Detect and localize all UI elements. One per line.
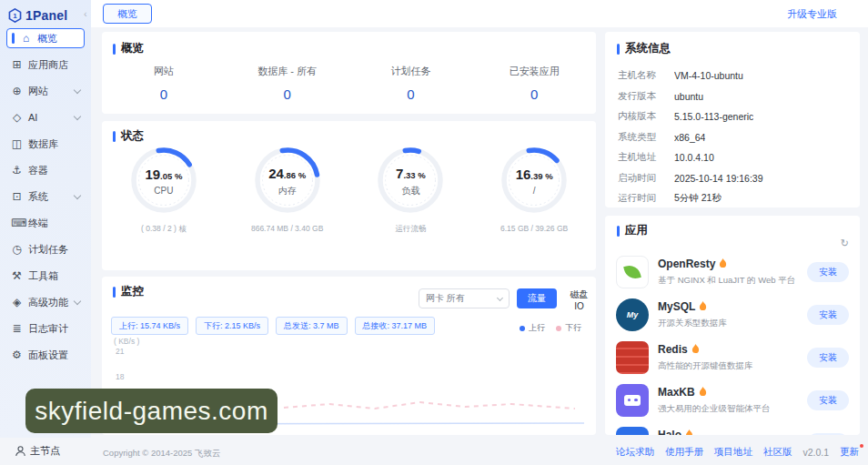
sidebar-item-cronjob[interactable]: ◷ 计划任务 bbox=[6, 239, 85, 259]
overview-stats: 网站 0 数据库 - 所有 0 计划任务 0 已安装应用 0 bbox=[102, 65, 596, 102]
install-button[interactable]: 安装 bbox=[807, 390, 849, 410]
row-boot-time: 启动时间2025-10-14 19:16:39 bbox=[618, 168, 851, 189]
stat-label: 计划任务 bbox=[349, 65, 473, 78]
system-info-rows: 主机名称VM-4-10-ubuntu 发行版本ubuntu 内核版本5.15.0… bbox=[618, 66, 851, 209]
chevron-down-icon bbox=[74, 112, 81, 119]
gauge-memory[interactable]: 24.86 % 内存 866.74 MB / 3.40 GB bbox=[226, 145, 349, 235]
sidebar-item-overview[interactable]: ⌂ 概览 bbox=[6, 28, 85, 48]
app-row-halo[interactable]: H Halo 强大易用的开源建站工具 安装 bbox=[616, 421, 849, 435]
1panel-hexagon-icon: 1 bbox=[8, 8, 22, 23]
container-icon: ⚓ bbox=[11, 164, 23, 177]
section-bar bbox=[617, 226, 620, 237]
ai-icon: ◇ bbox=[11, 111, 23, 124]
sidebar-item-logs[interactable]: ≣ 日志审计 bbox=[6, 318, 85, 339]
app-row-redis[interactable]: Redis 高性能的开源键值数据库 安装 bbox=[616, 336, 849, 379]
database-icon: ◫ bbox=[11, 137, 23, 150]
stat-value[interactable]: 0 bbox=[349, 86, 473, 102]
gauge-cpu[interactable]: 19.05 % CPU ( 0.38 / 2 ) 核 bbox=[102, 145, 226, 235]
sidebar-item-system[interactable]: ⊡ 系统 bbox=[6, 187, 85, 207]
project-link[interactable]: 项目地址 bbox=[714, 446, 752, 459]
nic-select[interactable]: 网卡 所有 bbox=[419, 288, 510, 308]
tab-overview[interactable]: 概览 bbox=[103, 4, 152, 24]
refresh-icon[interactable]: ↻ bbox=[841, 238, 849, 249]
logo-text: 1Panel bbox=[25, 8, 67, 23]
row-hostname: 主机名称VM-4-10-ubuntu bbox=[618, 66, 851, 86]
sidebar-item-label: 系统 bbox=[28, 190, 48, 204]
apps-card: 应用 ↻ OpenResty 基于 NGINX 和 LuaJIT 的 Web 平… bbox=[605, 216, 860, 435]
system-icon: ⊡ bbox=[11, 190, 23, 203]
stat-value[interactable]: 0 bbox=[226, 86, 349, 102]
install-button[interactable]: 安装 bbox=[807, 262, 849, 282]
legend-down[interactable]: 下行 bbox=[556, 322, 581, 334]
system-info-title: 系统信息 bbox=[605, 32, 860, 56]
status-title: 状态 bbox=[102, 121, 596, 144]
app-row-mysql[interactable]: My MySQL 开源关系型数据库 安装 bbox=[616, 293, 849, 336]
version-label: v2.0.1 bbox=[802, 447, 829, 458]
traffic-button[interactable]: 流量 bbox=[517, 288, 557, 308]
row-arch: 系统类型x86_64 bbox=[618, 127, 851, 148]
chart-legend: 上行 下行 bbox=[520, 322, 581, 334]
install-button[interactable]: 安装 bbox=[807, 305, 849, 325]
gauges-row: 19.05 % CPU ( 0.38 / 2 ) 核 24.86 % 内存 bbox=[102, 145, 596, 235]
tag-total-received: 总接收: 37.17 MB bbox=[355, 317, 436, 335]
sidebar-item-label: 概览 bbox=[37, 32, 57, 45]
sidebar-item-label: 日志审计 bbox=[28, 322, 68, 336]
system-info-card: 系统信息 主机名称VM-4-10-ubuntu 发行版本ubuntu 内核版本5… bbox=[605, 32, 860, 207]
stat-value[interactable]: 0 bbox=[102, 86, 226, 102]
hot-flame-icon bbox=[699, 301, 707, 311]
clock-icon: ◷ bbox=[11, 243, 23, 256]
hot-flame-icon bbox=[685, 430, 693, 435]
stat-label: 数据库 - 所有 bbox=[226, 65, 349, 78]
status-card: 状态 19.05 % CPU ( 0.38 / 2 ) 核 bbox=[102, 121, 596, 270]
update-link[interactable]: 更新 bbox=[840, 446, 859, 459]
stat-database: 数据库 - 所有 0 bbox=[226, 65, 349, 102]
stat-label: 已安装应用 bbox=[472, 65, 596, 78]
hot-flame-icon bbox=[691, 344, 700, 354]
gauge-sub: 6.15 GB / 39.26 GB bbox=[500, 224, 568, 233]
app-logo[interactable]: 1 1Panel bbox=[0, 0, 91, 23]
gauge-load[interactable]: 7.33 % 负载 运行流畅 bbox=[349, 145, 473, 235]
sidebar-item-label: 数据库 bbox=[28, 137, 58, 151]
y-axis-tick: 21 bbox=[116, 347, 124, 356]
gauge-disk-root[interactable]: 16.39 % / 6.15 GB / 39.26 GB bbox=[472, 145, 596, 235]
app-row-maxkb[interactable]: MaxKB 强大易用的企业级智能体平台 安装 bbox=[616, 379, 849, 421]
stat-website: 网站 0 bbox=[102, 65, 226, 102]
sidebar-item-terminal[interactable]: ⌨ 终端 bbox=[6, 213, 85, 233]
watermark-overlay: skyfield-games.com bbox=[25, 389, 278, 433]
manual-link[interactable]: 使用手册 bbox=[665, 446, 703, 459]
footer-links: 论坛求助 使用手册 项目地址 社区版 v2.0.1 更新 bbox=[616, 446, 859, 459]
edition-label: 社区版 bbox=[763, 446, 792, 459]
master-node-selector[interactable]: 主节点 bbox=[15, 444, 60, 458]
upgrade-pro-link[interactable]: 升级专业版 bbox=[787, 7, 837, 21]
row-host-address: 主机地址10.0.4.10 bbox=[618, 147, 851, 168]
sidebar-item-app-store[interactable]: ⊞ 应用商店 bbox=[6, 55, 85, 75]
sidebar-item-toolbox[interactable]: ⚒ 工具箱 bbox=[6, 266, 85, 286]
stat-cronjob: 计划任务 0 bbox=[349, 65, 473, 102]
app-row-openresty[interactable]: OpenResty 基于 NGINX 和 LuaJIT 的 Web 平台 安装 bbox=[616, 250, 849, 293]
sidebar-menu: ⌂ 概览 ⊞ 应用商店 ⊕ 网站 ◇ AI ◫ 数据库 ⚓ bbox=[0, 28, 91, 365]
sidebar-collapse-icon[interactable]: ‹ bbox=[84, 8, 87, 19]
sidebar-item-panel-settings[interactable]: ⚙ 面板设置 bbox=[6, 345, 85, 365]
install-button[interactable]: 安装 bbox=[807, 433, 849, 436]
sidebar-item-advanced[interactable]: ◈ 高级功能 bbox=[6, 292, 85, 312]
sidebar-item-ai[interactable]: ◇ AI bbox=[6, 107, 85, 127]
legend-up[interactable]: 上行 bbox=[520, 322, 545, 334]
grid-icon: ⊞ bbox=[11, 58, 23, 71]
stat-value[interactable]: 0 bbox=[472, 86, 596, 102]
install-button[interactable]: 安装 bbox=[807, 348, 849, 368]
disk-io-button[interactable]: 磁盘 IO bbox=[562, 288, 596, 308]
hot-flame-icon bbox=[699, 387, 707, 397]
terminal-icon: ⌨ bbox=[11, 217, 23, 229]
sidebar-item-container[interactable]: ⚓ 容器 bbox=[6, 160, 85, 180]
sidebar-item-website[interactable]: ⊕ 网站 bbox=[6, 81, 85, 101]
forum-help-link[interactable]: 论坛求助 bbox=[616, 446, 654, 459]
tag-total-sent: 总发送: 3.7 MB bbox=[276, 317, 348, 335]
sidebar-item-database[interactable]: ◫ 数据库 bbox=[6, 134, 85, 154]
redis-icon bbox=[616, 341, 649, 374]
sidebar-item-label: 高级功能 bbox=[28, 296, 68, 309]
overview-title: 概览 bbox=[102, 32, 596, 56]
copyright-text: Copyright © 2014-2025 飞致云 bbox=[103, 448, 221, 460]
toolbox-icon: ⚒ bbox=[11, 269, 23, 282]
sidebar-item-label: 终端 bbox=[28, 217, 48, 230]
chevron-down-icon bbox=[497, 294, 503, 300]
